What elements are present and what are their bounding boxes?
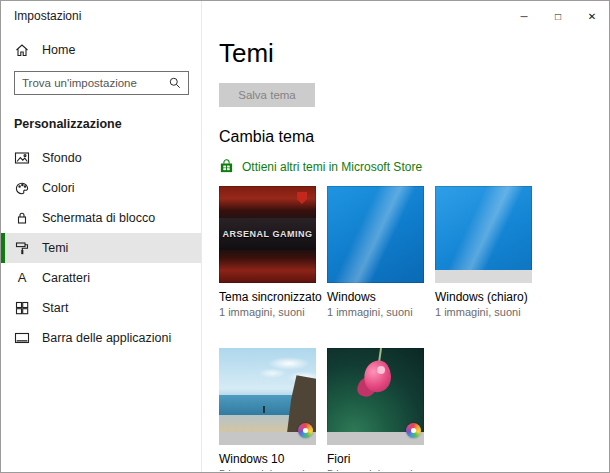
window-controls: ─ □ ✕ (507, 1, 609, 31)
lock-screen-icon (14, 210, 30, 226)
thumb-flower-highlight (377, 366, 385, 374)
thumb-person (263, 406, 265, 413)
theme-meta: 5 immagini, suoni (219, 468, 316, 471)
page-title: Temi (219, 37, 608, 69)
theme-meta: 1 immagini, suoni (327, 306, 424, 318)
colors-icon (14, 180, 30, 196)
search-icon[interactable] (162, 76, 188, 90)
theme-thumbnail (327, 348, 424, 445)
theme-card-windows[interactable]: Windows 1 immagini, suoni (327, 186, 424, 318)
sidebar-item-temi[interactable]: Temi (1, 233, 201, 263)
sidebar-item-label: Barra delle applicazioni (42, 331, 171, 345)
search-input[interactable] (15, 72, 162, 94)
microsoft-store-icon (219, 159, 234, 174)
theme-meta: 1 immagini, suoni (219, 306, 316, 318)
sidebar-item-schermata-di-blocco[interactable]: Schermata di blocco (1, 203, 201, 233)
sidebar-item-start[interactable]: Start (1, 293, 201, 323)
theme-name: Tema sincronizzato (219, 290, 316, 304)
save-theme-button[interactable]: Salva tema (219, 83, 315, 107)
theme-thumbnail (219, 348, 316, 445)
maximize-button[interactable]: □ (541, 1, 575, 31)
theme-name: Windows 10 (219, 452, 316, 466)
theme-thumbnail (435, 186, 532, 283)
thumbnail-text: ARSENAL GAMING (223, 229, 313, 239)
theme-name: Windows (chiaro) (435, 290, 532, 304)
sidebar-item-label: Sfondo (42, 151, 82, 165)
shield-logo-icon (297, 192, 307, 204)
sidebar-item-label: Home (42, 43, 75, 57)
sidebar-item-home[interactable]: Home (1, 35, 201, 65)
start-icon (14, 300, 30, 316)
color-wheel-badge-icon (406, 423, 421, 438)
store-link-label: Ottieni altri temi in Microsoft Store (242, 160, 422, 174)
sidebar-item-label: Schermata di blocco (42, 211, 155, 225)
color-wheel-badge-icon (298, 423, 313, 438)
taskbar-icon (14, 330, 30, 346)
sidebar-item-label: Temi (42, 241, 68, 255)
theme-name: Windows (327, 290, 424, 304)
sidebar-item-caratteri[interactable]: A Caratteri (1, 263, 201, 293)
close-button[interactable]: ✕ (575, 1, 609, 31)
sidebar-item-barra-delle-applicazioni[interactable]: Barra delle applicazioni (1, 323, 201, 353)
window-title: Impostazioni (1, 9, 81, 23)
theme-card-tema-sincronizzato[interactable]: ARSENAL GAMING Tema sincronizzato 1 imma… (219, 186, 316, 318)
sidebar-item-colori[interactable]: Colori (1, 173, 201, 203)
minimize-button[interactable]: ─ (507, 1, 541, 31)
settings-search-box (14, 71, 189, 95)
settings-window: Impostazioni ─ □ ✕ Home Personalizzazion… (0, 0, 610, 473)
theme-thumbnail (327, 186, 424, 283)
sidebar-item-label: Caratteri (42, 271, 90, 285)
fonts-icon: A (14, 270, 30, 286)
home-icon (14, 42, 30, 58)
theme-card-fiori[interactable]: Fiori 5 immagini, suoni (327, 348, 424, 471)
sidebar: Home Personalizzazione Sfondo Colori (1, 31, 201, 472)
store-link[interactable]: Ottieni altri temi in Microsoft Store (219, 159, 422, 174)
theme-meta: 5 immagini, suoni (327, 468, 424, 471)
sidebar-item-label: Colori (42, 181, 75, 195)
themes-grid: ARSENAL GAMING Tema sincronizzato 1 imma… (219, 186, 608, 471)
background-icon (14, 150, 30, 166)
change-theme-heading: Cambia tema (219, 127, 608, 147)
theme-thumbnail: ARSENAL GAMING (219, 186, 316, 283)
theme-card-windows-chiaro[interactable]: Windows (chiaro) 1 immagini, suoni (435, 186, 532, 318)
titlebar: Impostazioni ─ □ ✕ (1, 1, 609, 31)
sidebar-item-label: Start (42, 301, 68, 315)
themes-icon (14, 240, 30, 256)
sidebar-section-title: Personalizzazione (1, 107, 201, 143)
main-content: Temi Salva tema Cambia tema Ottieni altr… (202, 31, 608, 471)
sidebar-item-sfondo[interactable]: Sfondo (1, 143, 201, 173)
theme-name: Fiori (327, 452, 424, 466)
theme-card-windows-10[interactable]: Windows 10 5 immagini, suoni (219, 348, 316, 471)
thumbnail-banner: ARSENAL GAMING (219, 218, 316, 250)
light-taskbar-strip (435, 270, 532, 283)
theme-meta: 1 immagini, suoni (435, 306, 532, 318)
